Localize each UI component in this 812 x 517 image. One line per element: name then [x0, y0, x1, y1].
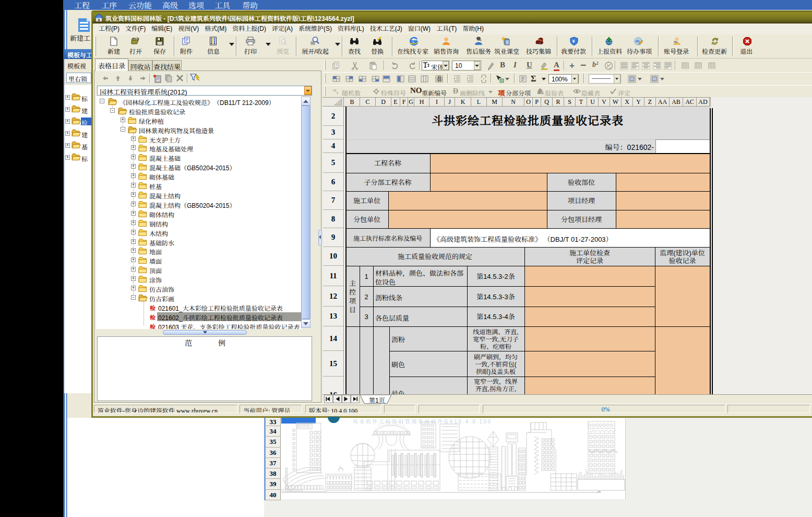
svg-text:1: 1 [607, 63, 609, 66]
svg-text:¥: ¥ [572, 39, 575, 44]
svg-text:DVD: DVD [636, 41, 640, 43]
